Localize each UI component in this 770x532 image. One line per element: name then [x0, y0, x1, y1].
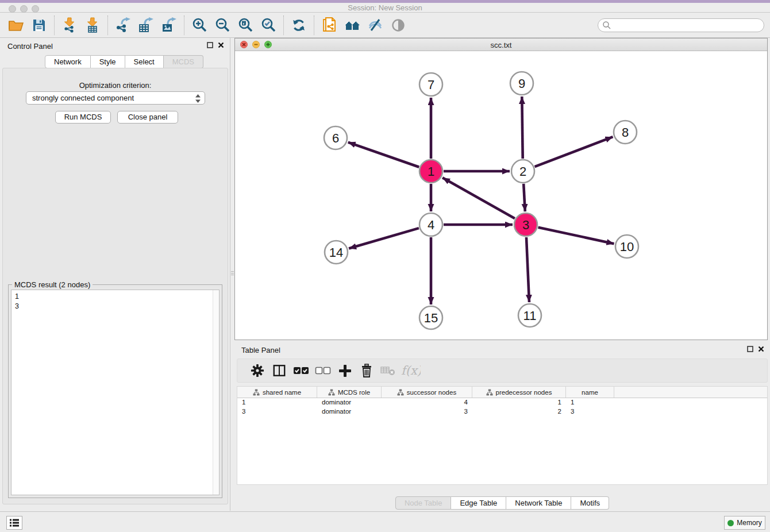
new-network-file-icon[interactable]: [318, 15, 341, 36]
graph-edge-2-9[interactable]: [522, 97, 522, 159]
import-network-icon[interactable]: [58, 15, 81, 36]
tab-edge-table[interactable]: Edge Table: [451, 496, 506, 510]
close-panel-button[interactable]: Close panel: [117, 111, 178, 124]
table-cell[interactable]: 1: [237, 398, 317, 407]
graph-edge-3-11[interactable]: [526, 237, 529, 302]
table-cell[interactable]: dominator: [317, 407, 382, 417]
table-cell[interactable]: dominator: [317, 398, 382, 407]
attribute-icon: [397, 389, 404, 396]
column-header-name[interactable]: name: [566, 387, 614, 398]
search-box[interactable]: [598, 18, 764, 32]
column-header-successor-nodes[interactable]: successor nodes: [382, 387, 472, 398]
close-panel-icon[interactable]: [218, 42, 224, 48]
task-list-button[interactable]: [6, 516, 22, 530]
zoom-out-icon[interactable]: [211, 15, 234, 36]
hide-panel-icon[interactable]: [364, 15, 387, 36]
tab-style[interactable]: Style: [91, 55, 125, 68]
tab-mcds[interactable]: MCDS: [164, 55, 203, 68]
tab-network-table[interactable]: Network Table: [506, 496, 571, 510]
show-panel-icon[interactable]: [387, 15, 410, 36]
table-cell[interactable]: 3: [382, 407, 472, 417]
graph-node-14[interactable]: 14: [325, 241, 348, 264]
graph-node-4[interactable]: 4: [419, 213, 442, 236]
table-cell[interactable]: 3: [566, 407, 614, 417]
graph-node-1[interactable]: 1: [419, 160, 442, 183]
trash-icon[interactable]: [356, 361, 378, 380]
tab-node-table[interactable]: Node Table: [395, 496, 452, 510]
run-mcds-button[interactable]: Run MCDS: [55, 111, 111, 124]
graph-edge-3-10[interactable]: [538, 228, 614, 244]
graph-edge-2-8[interactable]: [535, 137, 613, 167]
tab-motifs[interactable]: Motifs: [571, 496, 609, 510]
graph-node-3[interactable]: 3: [514, 213, 537, 236]
home-icon[interactable]: [341, 15, 364, 36]
column-header-shared-name[interactable]: shared name: [237, 387, 317, 398]
delete-table-icon[interactable]: [378, 361, 399, 380]
add-icon[interactable]: [334, 361, 356, 380]
result-scrollbar[interactable]: [213, 290, 219, 495]
column-header-mcds-role[interactable]: MCDS role: [317, 387, 382, 398]
zoom-in-icon[interactable]: [188, 15, 211, 36]
table-row[interactable]: 1dominator411: [237, 398, 767, 407]
table-cell[interactable]: 4: [382, 398, 472, 407]
graph-node-15[interactable]: 15: [419, 306, 442, 329]
toolbar-separator: [314, 16, 314, 35]
export-image-icon[interactable]: [157, 15, 180, 36]
graph-node-9[interactable]: 9: [510, 72, 533, 95]
zoom-selected-icon[interactable]: [257, 15, 280, 36]
graph-node-6[interactable]: 6: [324, 126, 347, 149]
graph-node-7[interactable]: 7: [419, 73, 442, 96]
toolbar-separator: [54, 16, 55, 35]
splitter-handle[interactable]: [230, 265, 234, 280]
graph-node-8[interactable]: 8: [614, 121, 637, 144]
deselect-all-icon[interactable]: [312, 361, 334, 380]
table-toolbar: f(x): [237, 358, 768, 383]
refresh-icon[interactable]: [287, 15, 310, 36]
mcds-result-text[interactable]: 1 3: [11, 290, 220, 495]
network-graph[interactable]: 7968124314101511: [235, 52, 767, 340]
graph-node-label: 3: [522, 218, 529, 232]
graph-edge-4-14[interactable]: [349, 228, 419, 248]
graph-edge-2-3[interactable]: [523, 184, 525, 211]
float-panel-icon[interactable]: [207, 42, 213, 48]
open-folder-icon[interactable]: [5, 15, 28, 36]
gear-icon[interactable]: [247, 361, 268, 380]
table-cell[interactable]: 1: [472, 398, 566, 407]
search-icon: [602, 21, 611, 30]
zoom-fit-icon[interactable]: [234, 15, 257, 36]
graph-edge-3-1[interactable]: [442, 178, 515, 218]
column-header-predecessor-nodes[interactable]: predecessor nodes: [472, 387, 566, 398]
criterion-value: strongly connected component: [32, 94, 134, 102]
float-panel-icon[interactable]: [747, 346, 753, 352]
table-cell[interactable]: 1: [566, 398, 614, 407]
graph-node-11[interactable]: 11: [518, 304, 541, 327]
tab-network[interactable]: Network: [45, 55, 91, 68]
network-title: scc.txt: [235, 41, 767, 49]
columns-icon[interactable]: [268, 361, 290, 380]
table-cell[interactable]: 2: [472, 407, 566, 417]
export-table-icon[interactable]: [134, 15, 157, 36]
graph-node-10[interactable]: 10: [615, 235, 638, 258]
memory-button[interactable]: Memory: [724, 516, 765, 530]
import-table-icon[interactable]: [81, 15, 104, 36]
network-window-titlebar[interactable]: scc.txt: [235, 38, 767, 51]
close-panel-icon[interactable]: [758, 346, 764, 352]
export-network-icon[interactable]: [111, 15, 134, 36]
table-panel-title: Table Panel: [241, 346, 280, 354]
select-all-icon[interactable]: [290, 361, 312, 380]
graph-node-2[interactable]: 2: [511, 160, 534, 183]
save-icon[interactable]: [28, 15, 51, 36]
criterion-dropdown[interactable]: strongly connected component: [26, 91, 205, 105]
mcds-result-group: MCDS result (2 nodes) 1 3: [8, 284, 222, 498]
function-icon[interactable]: f(x): [399, 361, 421, 380]
graph-node-label: 10: [620, 240, 634, 254]
graph-node-label: 8: [622, 125, 629, 140]
network-canvas[interactable]: 7968124314101511: [235, 52, 767, 340]
graph-edge-1-6[interactable]: [348, 142, 419, 167]
table-row[interactable]: 3dominator323: [237, 407, 767, 417]
table-cell[interactable]: 3: [237, 407, 317, 417]
node-table[interactable]: shared nameMCDS rolesuccessor nodesprede…: [237, 386, 768, 485]
search-input[interactable]: [611, 20, 764, 30]
tab-select[interactable]: Select: [125, 55, 164, 68]
graph-node-label: 14: [329, 245, 343, 260]
